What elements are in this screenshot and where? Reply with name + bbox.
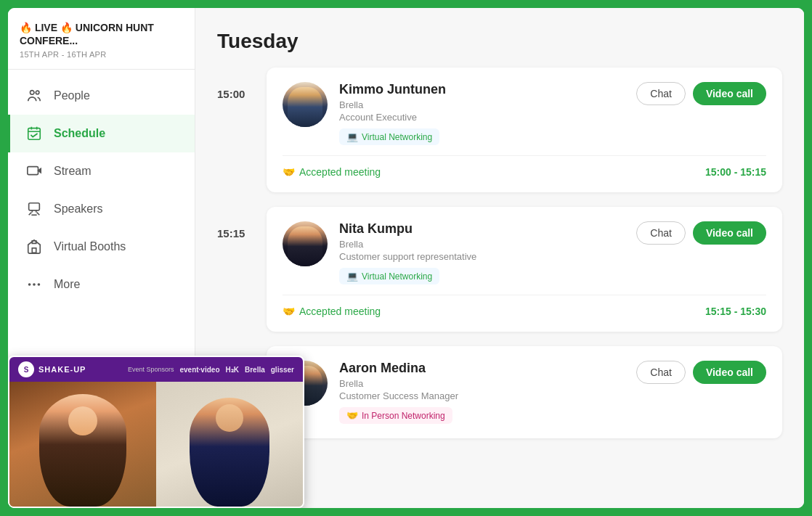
accepted-icon-1: 🤝 [283,166,295,178]
svg-rect-13 [32,248,36,253]
chat-button-1[interactable]: Chat [636,82,686,105]
sidebar-item-people[interactable]: People [8,77,195,115]
person-role-1: Account Executive [339,112,625,123]
svg-point-15 [33,284,36,287]
sidebar-header: 🔥 LIVE 🔥 UNICORN HUNT CONFERE... 15TH AP… [8,8,195,70]
person-info-3: Aaron Medina Brella Customer Success Man… [339,361,625,424]
sponsor-1: event·video [179,366,219,374]
svg-line-8 [29,213,32,216]
people-icon [25,86,44,105]
sidebar-item-virtual-booths[interactable]: Virtual Booths [8,228,195,266]
stream-label: Stream [54,165,92,178]
sidebar: 🔥 LIVE 🔥 UNICORN HUNT CONFERE... 15TH AP… [8,8,195,508]
sponsor-2: H₂K [226,366,239,374]
stream-icon [25,162,44,181]
event-dates: 15TH APR - 16TH APR [20,50,183,59]
meeting-card-2: Nita Kumpu Brella Customer support repre… [267,207,782,332]
logo-text: SHAKE-UP [38,365,86,374]
svg-point-0 [31,91,35,95]
person-row-2: Nita Kumpu Brella Customer support repre… [283,221,766,284]
video-feeds [9,382,303,507]
person-role-2: Customer support representative [339,251,625,262]
speakers-icon [25,200,44,218]
person-role-3: Customer Success Manager [339,390,625,401]
time-label-1: 15:00 [217,67,252,100]
sidebar-item-more[interactable]: More [8,266,195,303]
person-name-2: Nita Kumpu [339,221,625,237]
svg-point-14 [28,284,31,287]
video-call-button-2[interactable]: Video call [693,221,766,245]
booths-label: Virtual Booths [54,240,126,253]
networking-badge-2: 💻 Virtual Networking [339,268,439,284]
svg-rect-2 [28,128,41,140]
time-label-2: 15:15 [217,207,252,239]
svg-line-9 [37,213,40,216]
svg-point-1 [36,91,39,95]
schedule-label: Schedule [54,127,105,140]
video-feed-right [156,382,303,507]
networking-type-1: Virtual Networking [362,132,432,142]
sponsors-label: Event Sponsors [128,366,174,373]
more-icon [25,275,44,294]
meeting-footer-2: 🤝 Accepted meeting 15:15 - 15:30 [283,295,766,317]
event-title: 🔥 LIVE 🔥 UNICORN HUNT CONFERE... [20,21,183,47]
sponsor-3: Brella [245,366,265,374]
person-row-1: Kimmo Juntunen Brella Account Executive … [283,82,766,145]
accepted-text-1: Accepted meeting [299,166,381,178]
networking-type-2: Virtual Networking [362,271,432,282]
video-header: S SHAKE-UP Event Sponsors event·video H₂… [9,357,303,382]
avatar-nita [283,221,328,266]
person-actions-1: Chat Video call [636,82,766,105]
sponsor-logos: event·video H₂K Brella glisser [179,366,294,374]
accepted-icon-2: 🤝 [283,306,295,317]
person-name-1: Kimmo Juntunen [339,82,625,97]
networking-badge-icon-1: 💻 [346,131,358,142]
accepted-label-1: 🤝 Accepted meeting [283,166,381,178]
chat-button-3[interactable]: Chat [636,361,686,384]
more-label: More [54,278,80,291]
meeting-block-2: 15:15 Nita Kumpu Brella Customer support… [217,207,782,332]
meeting-card-3: Aaron Medina Brella Customer Success Man… [267,346,782,438]
networking-badge-1: 💻 Virtual Networking [339,128,439,145]
person-row-3: Aaron Medina Brella Customer Success Man… [283,361,766,424]
sidebar-item-schedule[interactable]: Schedule [8,115,195,152]
person-company-3: Brella [339,378,625,389]
speakers-label: Speakers [54,202,103,216]
sponsor-4: glisser [271,366,294,374]
person-name-3: Aaron Medina [339,361,625,376]
meeting-card-1: Kimmo Juntunen Brella Account Executive … [267,67,782,192]
networking-badge-3: 🤝 In Person Networking [339,407,452,424]
person-company-2: Brella [339,239,625,250]
person-info-1: Kimmo Juntunen Brella Account Executive … [339,82,625,145]
person-company-1: Brella [339,99,625,110]
sidebar-item-stream[interactable]: Stream [8,152,195,190]
video-overlay: S SHAKE-UP Event Sponsors event·video H₂… [8,356,304,508]
svg-rect-6 [28,167,38,175]
person-actions-2: Chat Video call [636,221,766,245]
video-logo: S SHAKE-UP [18,361,86,377]
video-call-button-1[interactable]: Video call [693,82,766,105]
meeting-block-1: 15:00 Kimmo Juntunen Brella Account Exec… [217,67,782,192]
meeting-time-2: 15:15 - 15:30 [705,306,766,317]
svg-point-16 [38,284,41,287]
meeting-time-1: 15:00 - 15:15 [705,166,766,178]
video-call-button-3[interactable]: Video call [693,361,766,384]
video-feed-left [9,382,156,507]
sidebar-item-speakers[interactable]: Speakers [8,190,195,228]
accepted-text-2: Accepted meeting [299,306,381,317]
svg-rect-7 [29,203,40,210]
accepted-label-2: 🤝 Accepted meeting [283,306,381,317]
networking-badge-icon-2: 💻 [346,271,358,282]
networking-badge-icon-3: 🤝 [346,410,358,421]
meeting-footer-1: 🤝 Accepted meeting 15:00 - 15:15 [283,155,766,178]
person-info-2: Nita Kumpu Brella Customer support repre… [339,221,625,284]
booths-icon [25,237,44,256]
networking-type-3: In Person Networking [362,411,445,421]
page-title: Tuesday [217,30,782,53]
logo-icon: S [18,361,34,377]
schedule-icon [25,124,44,143]
app-container: 🔥 LIVE 🔥 UNICORN HUNT CONFERE... 15TH AP… [6,6,806,510]
video-sponsors: Event Sponsors event·video H₂K Brella gl… [128,366,294,374]
chat-button-2[interactable]: Chat [636,221,686,245]
avatar-kimmo [283,82,328,127]
